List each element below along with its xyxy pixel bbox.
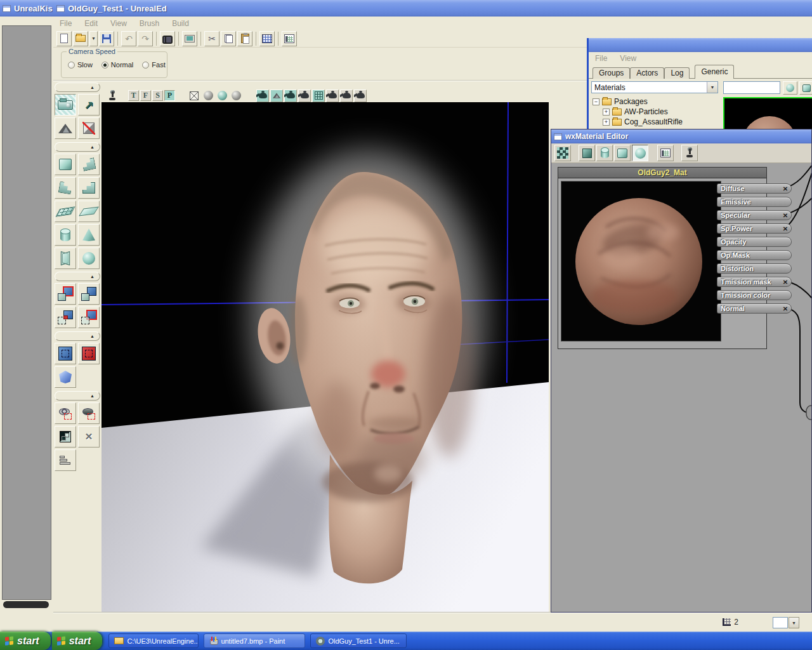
- show-grid-button[interactable]: [312, 90, 325, 102]
- brush-cube-button[interactable]: [55, 154, 76, 175]
- brush-cone-button[interactable]: [78, 224, 100, 246]
- start-button-secondary[interactable]: start: [52, 632, 103, 650]
- add-special-brush-button[interactable]: [55, 343, 76, 364]
- add-volume-button[interactable]: [78, 343, 100, 364]
- menu-edit[interactable]: Edit: [78, 19, 104, 28]
- kismet-titlebar[interactable]: UnrealKis: [0, 0, 56, 17]
- tool-camera-button[interactable]: [55, 94, 76, 116]
- tree-collapse-box[interactable]: −: [593, 98, 599, 105]
- channel-distortion[interactable]: Distortion: [717, 263, 792, 274]
- brush-volumetric-button[interactable]: [55, 248, 76, 269]
- channel-opacity[interactable]: Opacity: [717, 237, 792, 247]
- taskbar-item-explorer[interactable]: C:\UE3\UnrealEngine...: [108, 633, 199, 648]
- status-combo-dropdown[interactable]: ▼: [789, 617, 799, 628]
- brush-sheet-button[interactable]: [78, 201, 100, 222]
- camera-section-header[interactable]: ▲: [55, 83, 100, 92]
- camera-speed-normal-radio[interactable]: Normal: [102, 61, 133, 69]
- view-side-button[interactable]: S: [152, 90, 163, 101]
- browser-category-combo[interactable]: Materials ▼: [591, 81, 718, 93]
- channel-sp-power[interactable]: Sp.Power✕: [717, 223, 792, 234]
- preview-cylinder-button[interactable]: [596, 145, 613, 161]
- open-map-button[interactable]: [73, 31, 88, 46]
- tool-geometry-edit-button[interactable]: [78, 117, 100, 139]
- channel-normal[interactable]: Normal✕: [717, 303, 792, 314]
- tab-actors[interactable]: Actors: [630, 67, 664, 79]
- invert-selection-button[interactable]: [55, 426, 76, 448]
- brush-linear-staircase-button[interactable]: [78, 177, 100, 199]
- channel-tmission-mask[interactable]: Tmission mask✕: [717, 277, 792, 287]
- csg-subtract-button[interactable]: [78, 283, 100, 305]
- unlit-mode-button[interactable]: [202, 90, 214, 102]
- browser-menu-file[interactable]: File: [589, 54, 613, 63]
- menu-brush[interactable]: Brush: [133, 19, 166, 28]
- tool-translate-button[interactable]: ↗: [78, 94, 100, 116]
- csg-add-button[interactable]: [55, 283, 76, 305]
- channel-emissive[interactable]: Emissive: [717, 197, 792, 207]
- hide-selected-button[interactable]: [78, 402, 100, 424]
- disconnect-icon[interactable]: ✕: [782, 305, 789, 312]
- show-all-button[interactable]: ✕: [78, 426, 100, 448]
- perspective-viewport[interactable]: [102, 102, 549, 613]
- fullscreen-button[interactable]: [182, 31, 197, 46]
- browser-sphere-view-button[interactable]: [783, 81, 797, 95]
- csg-section-header[interactable]: ▲: [55, 272, 100, 281]
- view-top-button[interactable]: T: [128, 90, 139, 101]
- show-selected-button[interactable]: [55, 402, 76, 424]
- tree-expand-box[interactable]: +: [603, 119, 610, 126]
- wireframe-mode-button[interactable]: [188, 90, 200, 102]
- menu-view[interactable]: View: [104, 19, 133, 28]
- open-dropdown-button[interactable]: ▼: [89, 31, 98, 46]
- tree-expand-box[interactable]: +: [603, 109, 610, 116]
- material-node-title[interactable]: OldGuy2_Mat: [558, 168, 766, 178]
- category-dropdown-button[interactable]: ▼: [707, 82, 717, 93]
- main-titlebar[interactable]: OldGuy_Test1 - UnrealEd: [54, 0, 812, 17]
- selection-section-header[interactable]: ▲: [55, 391, 100, 401]
- save-map-button[interactable]: [99, 31, 114, 46]
- csg-intersect-button[interactable]: [55, 307, 76, 328]
- show-staticmeshes-button[interactable]: [256, 90, 269, 102]
- tree-item-aw-particles[interactable]: + AW-Particles: [593, 107, 718, 117]
- channel-specular[interactable]: Specular✕: [717, 210, 792, 220]
- brush-terrain-sheet-button[interactable]: [55, 201, 76, 222]
- camera-speed-slow-radio[interactable]: Slow: [68, 61, 93, 69]
- material-graph-canvas[interactable]: OldGuy2_Mat: [551, 163, 812, 613]
- brush-spiral-staircase-button[interactable]: [55, 177, 76, 199]
- kismet-workspace[interactable]: [2, 25, 51, 600]
- redo-button[interactable]: ↷: [138, 31, 153, 46]
- align-button[interactable]: [55, 449, 76, 471]
- material-node[interactable]: OldGuy2_Mat: [558, 167, 767, 349]
- grid-settings-button[interactable]: [259, 31, 275, 46]
- channel-diffuse[interactable]: Diffuse✕: [717, 183, 792, 194]
- disconnect-icon[interactable]: ✕: [782, 212, 789, 219]
- background-pattern-button[interactable]: [554, 145, 571, 161]
- show-volumes-button[interactable]: [298, 90, 311, 102]
- realtime-preview-button[interactable]: [657, 145, 674, 161]
- taskbar-item-unrealed[interactable]: OldGuy_Test1 - Unre...: [310, 633, 407, 648]
- preview-sphere-button[interactable]: [632, 145, 648, 161]
- generic-browser-button[interactable]: [282, 31, 297, 46]
- lit-mode-button[interactable]: [230, 90, 242, 102]
- channel-op-mask[interactable]: Op.Mask: [717, 250, 792, 260]
- brush-cylinder-button[interactable]: [55, 224, 76, 246]
- start-button[interactable]: start: [0, 632, 51, 650]
- camera-speed-fast-radio[interactable]: Fast: [142, 61, 165, 69]
- volume-section-header[interactable]: ▲: [55, 331, 100, 341]
- csg-deintersect-button[interactable]: [78, 307, 100, 328]
- selected-material-thumbnail[interactable]: [723, 97, 812, 129]
- viewport-lock-icon[interactable]: [108, 91, 117, 100]
- browser-cube-view-button[interactable]: [799, 81, 812, 95]
- material-editor-titlebar[interactable]: wxMaterial Editor: [551, 129, 811, 143]
- toggle-controls-button[interactable]: [681, 145, 698, 161]
- disconnect-icon[interactable]: ✕: [782, 185, 789, 192]
- tab-groups[interactable]: Groups: [593, 67, 630, 79]
- show-particles-button[interactable]: [340, 90, 353, 102]
- show-sprites-button[interactable]: [354, 90, 367, 102]
- search-button[interactable]: [160, 31, 175, 46]
- add-static-mesh-button[interactable]: [55, 366, 76, 388]
- show-bsp-button[interactable]: [284, 90, 297, 102]
- disconnect-icon[interactable]: ✕: [782, 279, 789, 286]
- paste-button[interactable]: [237, 31, 252, 46]
- tab-log[interactable]: Log: [664, 67, 690, 79]
- kismet-scrollbar-thumb[interactable]: [3, 601, 49, 608]
- brush-section-header[interactable]: ▲: [55, 142, 100, 152]
